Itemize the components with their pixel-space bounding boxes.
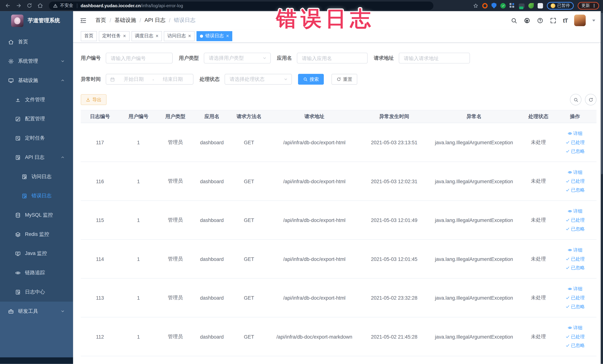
extension-off-badge-icon[interactable]: [519, 3, 525, 8]
kebab-menu-icon[interactable]: [592, 3, 596, 8]
font-size-icon[interactable]: [563, 17, 568, 23]
app-name-input[interactable]: [297, 53, 368, 63]
cell-user-type: 管理员: [158, 139, 193, 146]
export-button[interactable]: 导出: [81, 94, 107, 105]
avatar-dropdown-caret-icon[interactable]: [592, 20, 595, 21]
user-type-select[interactable]: 请选择用户类型: [204, 53, 271, 63]
refresh-table-button[interactable]: [585, 94, 596, 105]
sidebar-item-job[interactable]: 定时任务: [0, 129, 73, 148]
request-url-input[interactable]: [399, 53, 470, 63]
check-icon: [565, 140, 570, 145]
tab-错误日志[interactable]: 错误日志: [197, 31, 232, 41]
scrollbar-thumb[interactable]: [601, 13, 603, 174]
processed-link[interactable]: 已处理: [565, 256, 585, 262]
cell-actions: 详细 已处理 已忽略: [556, 208, 594, 232]
processed-link[interactable]: 已处理: [565, 333, 585, 340]
detail-link[interactable]: 详细: [568, 325, 582, 331]
sidebar-item-label: 定时任务: [25, 135, 45, 141]
breadcrumb-infra[interactable]: 基础设施: [115, 17, 136, 24]
tab-定时任务[interactable]: 定时任务: [99, 31, 129, 41]
sidebar-item-home[interactable]: 首页: [0, 32, 73, 52]
process-status-select[interactable]: 请选择处理状态: [225, 74, 292, 84]
cell-user-type: 管理员: [158, 333, 193, 340]
reset-button-label: 重置: [343, 76, 352, 82]
ignored-link[interactable]: 已忽略: [565, 187, 585, 193]
ignored-link[interactable]: 已忽略: [565, 148, 585, 154]
toggle-search-button[interactable]: [570, 94, 581, 105]
sidebar-item-file[interactable]: 文件管理: [0, 90, 73, 109]
user-avatar[interactable]: [574, 15, 586, 26]
tab-访问日志[interactable]: 访问日志: [164, 31, 195, 41]
edit-icon: [15, 116, 21, 122]
sidebar-item-config[interactable]: 配置管理: [0, 109, 73, 129]
extension-shield-icon[interactable]: [491, 3, 496, 9]
tab-close-icon[interactable]: [123, 33, 126, 38]
processed-link[interactable]: 已处理: [565, 294, 585, 301]
url-path: /infra/log/api-error-log: [141, 3, 183, 8]
end-date-placeholder: 结束日期: [156, 76, 189, 83]
tab-close-icon[interactable]: [226, 33, 229, 38]
extension-check-icon[interactable]: [500, 3, 506, 8]
extension-orange-icon[interactable]: [482, 3, 488, 8]
sidebar-item-infra[interactable]: 基础设施: [0, 71, 73, 90]
tab-label: 定时任务: [102, 33, 121, 39]
extension-puzzle-icon[interactable]: [538, 3, 543, 8]
sidebar-item-access-log[interactable]: 访问日志: [0, 167, 73, 186]
bookmark-star-icon[interactable]: [473, 3, 478, 8]
github-icon[interactable]: [524, 17, 530, 23]
tab-close-icon[interactable]: [188, 33, 191, 38]
tab-close-icon[interactable]: [156, 33, 159, 38]
breadcrumb-api-log[interactable]: API 日志: [145, 17, 165, 24]
detail-link[interactable]: 详细: [568, 169, 582, 176]
sidebar-item-java[interactable]: Java 监控: [0, 244, 73, 263]
cell-log-id: 113: [81, 295, 119, 301]
extension-leaf-icon[interactable]: [529, 3, 534, 8]
search-button[interactable]: 搜索: [298, 74, 324, 84]
extension-grid-icon[interactable]: [510, 3, 515, 8]
sidebar-item-system[interactable]: 系统管理: [0, 52, 73, 71]
sidebar-collapse-icon[interactable]: [80, 17, 87, 24]
cell-exception-name: java.lang.IllegalArgumentException: [427, 178, 521, 184]
ignored-link[interactable]: 已忽略: [565, 226, 585, 232]
date-range-input[interactable]: 开始日期 - 结束日期: [106, 74, 194, 84]
page-scrollbar[interactable]: [601, 11, 603, 364]
sidebar-item-mysql[interactable]: MySQL 监控: [0, 205, 73, 225]
sidebar-item-api-log[interactable]: API 日志: [0, 148, 73, 167]
tab-调度日志[interactable]: 调度日志: [131, 31, 162, 41]
cell-exception-time: 2021-05-02 23:32:28: [361, 295, 427, 301]
detail-link[interactable]: 详细: [568, 247, 582, 253]
browser-forward-icon[interactable]: [16, 3, 22, 9]
breadcrumb-home[interactable]: 首页: [95, 17, 106, 24]
sidebar-item-trace[interactable]: 链路追踪: [0, 263, 73, 282]
detail-link[interactable]: 详细: [568, 208, 582, 214]
browser-reload-icon[interactable]: [26, 3, 32, 9]
sidebar-item-error-log[interactable]: 错误日志: [0, 186, 73, 205]
processed-link[interactable]: 已处理: [565, 178, 585, 185]
header-search-icon[interactable]: [511, 17, 517, 23]
sidebar-item-dev-tools[interactable]: 研发工具: [0, 302, 73, 321]
paused-extension-badge[interactable]: 已暂停: [547, 2, 574, 9]
table-header-cell: 异常名: [427, 113, 521, 120]
table-toolbar: 导出: [81, 94, 596, 105]
address-bar[interactable]: 不安全 dashboard.yudao.iocoder.cn /infra/lo…: [49, 1, 433, 10]
ignored-link[interactable]: 已忽略: [565, 264, 585, 271]
ignored-link[interactable]: 已忽略: [565, 303, 585, 310]
refresh-icon: [588, 97, 593, 102]
ignored-link[interactable]: 已忽略: [565, 342, 585, 349]
sidebar-item-log-center[interactable]: 日志中心: [0, 282, 73, 302]
browser-back-icon[interactable]: [5, 3, 11, 9]
fullscreen-icon[interactable]: [550, 17, 556, 23]
table-header-cell: 请求方法名: [231, 113, 267, 120]
processed-link[interactable]: 已处理: [565, 139, 585, 146]
help-icon[interactable]: [537, 17, 543, 23]
user-id-input[interactable]: [106, 53, 173, 63]
detail-link[interactable]: 详细: [568, 286, 582, 292]
processed-link[interactable]: 已处理: [565, 217, 585, 223]
tab-首页[interactable]: 首页: [81, 31, 97, 41]
browser-home-icon[interactable]: [37, 3, 43, 9]
eye-icon: [568, 325, 572, 330]
detail-link[interactable]: 详细: [568, 130, 582, 137]
browser-update-badge[interactable]: 更新: [578, 2, 599, 9]
reset-button[interactable]: 重置: [331, 74, 357, 84]
sidebar-item-redis[interactable]: Redis 监控: [0, 225, 73, 244]
